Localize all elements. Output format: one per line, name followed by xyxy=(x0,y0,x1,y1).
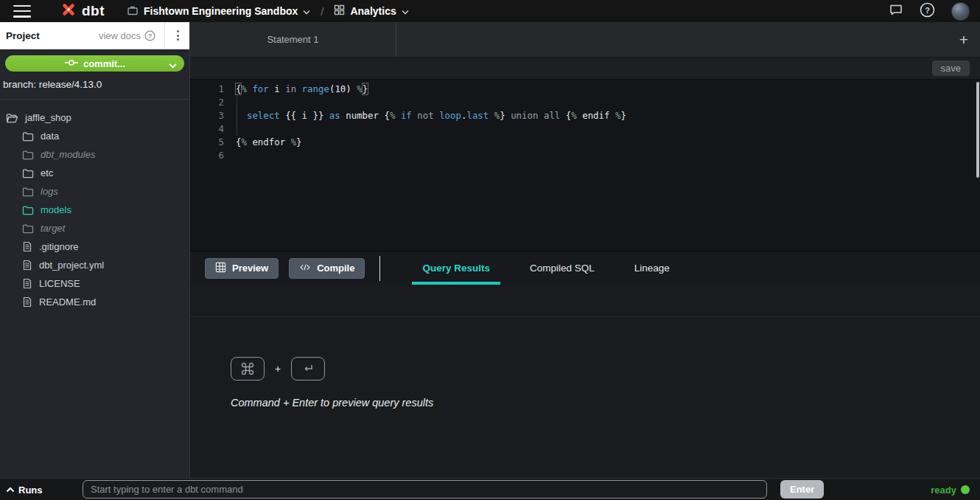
code-editor[interactable]: 1{% for i in range(10) %}23 select {{ i … xyxy=(190,80,980,251)
chevron-down-icon xyxy=(169,60,177,71)
account-name: Fishtown Engineering Sandbox xyxy=(144,5,298,17)
line-number: 3 xyxy=(190,109,224,122)
new-tab-button[interactable]: + xyxy=(955,22,973,57)
editor-actionbar: save xyxy=(190,58,980,80)
code-line-4: 4 xyxy=(190,122,980,136)
tree-item-data[interactable]: data xyxy=(0,127,189,145)
tree-item-readme-md[interactable]: README.md xyxy=(0,293,189,311)
kebab-menu-button[interactable] xyxy=(172,27,183,44)
project-name: Analytics xyxy=(350,5,396,17)
user-avatar[interactable] xyxy=(951,2,970,21)
tree-item-target[interactable]: target xyxy=(0,219,189,237)
command-icon xyxy=(240,361,255,376)
code-line-3: 3 select {{ i }} as number {% if not loo… xyxy=(190,109,980,122)
preview-button[interactable]: Preview xyxy=(205,258,279,279)
briefcase-icon xyxy=(127,4,139,18)
line-number: 1 xyxy=(190,83,224,96)
compile-button[interactable]: Compile xyxy=(289,258,365,279)
project-sidebar: Project view docs ? commit... xyxy=(0,22,190,478)
runs-label: Runs xyxy=(18,485,43,496)
shortcut-hint: + Command + Enter to preview query resul… xyxy=(190,317,980,409)
breadcrumb-separator: / xyxy=(321,5,323,18)
folder-icon xyxy=(22,150,34,160)
plus-text: + xyxy=(275,363,281,375)
branch-label: branch: release/4.13.0 xyxy=(0,72,189,100)
folder-icon xyxy=(22,187,34,197)
line-number: 2 xyxy=(190,96,224,109)
account-switcher[interactable]: Fishtown Engineering Sandbox xyxy=(127,4,310,18)
line-number: 4 xyxy=(190,122,224,136)
folder-icon xyxy=(22,168,34,178)
status-label: ready xyxy=(931,485,956,496)
file-icon xyxy=(22,260,32,271)
code-line-5: 5{% endfor %} xyxy=(190,136,980,149)
code-lines: 1{% for i in range(10) %}23 select {{ i … xyxy=(190,80,980,162)
runs-toggle[interactable]: Runs xyxy=(6,479,43,500)
tab-statement-1[interactable]: Statement 1 xyxy=(190,22,396,57)
tree-item--gitignore[interactable]: .gitignore xyxy=(0,237,189,256)
chevron-down-icon xyxy=(402,5,409,17)
results-divider xyxy=(190,285,980,317)
commit-section: commit... xyxy=(0,49,189,72)
status-dot xyxy=(961,485,970,494)
editor-scrollbar[interactable] xyxy=(976,82,979,178)
tree-item-dbt-modules[interactable]: dbt_modules xyxy=(0,145,189,164)
line-number: 6 xyxy=(190,149,224,162)
feedback-button[interactable] xyxy=(889,2,903,20)
command-keycap xyxy=(231,357,265,381)
return-icon xyxy=(300,361,316,376)
folder-icon xyxy=(22,131,34,142)
line-number: 5 xyxy=(190,136,224,149)
code-line-6: 6 xyxy=(190,149,980,162)
tree-item-license[interactable]: LICENSE xyxy=(0,274,189,293)
project-switcher[interactable]: Analytics xyxy=(334,4,408,18)
hint-text: Command + Enter to preview query results xyxy=(231,397,980,409)
table-icon xyxy=(215,262,226,275)
tree-item-etc[interactable]: etc xyxy=(0,164,189,182)
editor-tabbar: Statement 1 + xyxy=(190,22,980,58)
enter-button[interactable]: Enter xyxy=(780,480,824,499)
dbt-logo-mark-icon xyxy=(59,0,78,22)
tree-item-dbt-project-yml[interactable]: dbt_project.yml xyxy=(0,256,189,274)
file-tree: jaffle_shopdatadbt_modulesetclogsmodelst… xyxy=(0,100,189,311)
save-button[interactable]: save xyxy=(932,60,970,76)
top-navigation-bar: dbt Fishtown Engineering Sandbox / Analy… xyxy=(0,0,980,22)
folder-icon xyxy=(22,205,34,215)
results-panel: + Command + Enter to preview query resul… xyxy=(190,285,980,478)
panel-title: Project xyxy=(6,30,40,41)
view-docs-link[interactable]: view docs ? xyxy=(99,30,155,41)
git-commit-icon xyxy=(64,58,79,69)
tree-item-jaffle-shop[interactable]: jaffle_shop xyxy=(0,108,189,127)
results-tab-lineage[interactable]: Lineage xyxy=(624,251,680,285)
dbt-logo[interactable]: dbt xyxy=(59,0,105,22)
tree-item-models[interactable]: models xyxy=(0,201,189,219)
results-tab-compiled-sql[interactable]: Compiled SQL xyxy=(519,251,605,285)
indent-guide xyxy=(237,96,237,136)
sidebar-header: Project view docs ? xyxy=(0,22,189,49)
code-icon xyxy=(299,262,311,275)
folder-icon xyxy=(22,223,34,234)
file-icon xyxy=(22,241,32,252)
svg-text:?: ? xyxy=(925,5,930,14)
folder-open-icon xyxy=(6,113,18,123)
dbt-logo-text: dbt xyxy=(82,3,105,19)
results-toolbar: Preview Compile Query ResultsCompiled SQ… xyxy=(190,251,980,285)
svg-text:?: ? xyxy=(148,32,152,39)
status-indicator: ready xyxy=(931,479,970,500)
help-button[interactable]: ? xyxy=(920,2,935,21)
code-line-2: 2 xyxy=(190,96,980,109)
results-tab-query-results[interactable]: Query Results xyxy=(412,251,500,285)
code-line-1: 1{% for i in range(10) %} xyxy=(190,83,980,96)
file-icon xyxy=(22,278,32,289)
chevron-up-icon xyxy=(6,487,15,493)
question-circle-icon: ? xyxy=(144,30,155,41)
command-input[interactable] xyxy=(83,480,767,499)
tree-item-logs[interactable]: logs xyxy=(0,182,189,201)
menu-button[interactable] xyxy=(13,5,31,18)
enter-keycap xyxy=(291,357,325,381)
grid-icon xyxy=(334,4,345,18)
commit-button[interactable]: commit... xyxy=(5,55,184,72)
toolbar-divider xyxy=(379,256,380,281)
file-icon xyxy=(22,296,32,308)
command-bar: Runs Enter ready xyxy=(0,478,980,500)
